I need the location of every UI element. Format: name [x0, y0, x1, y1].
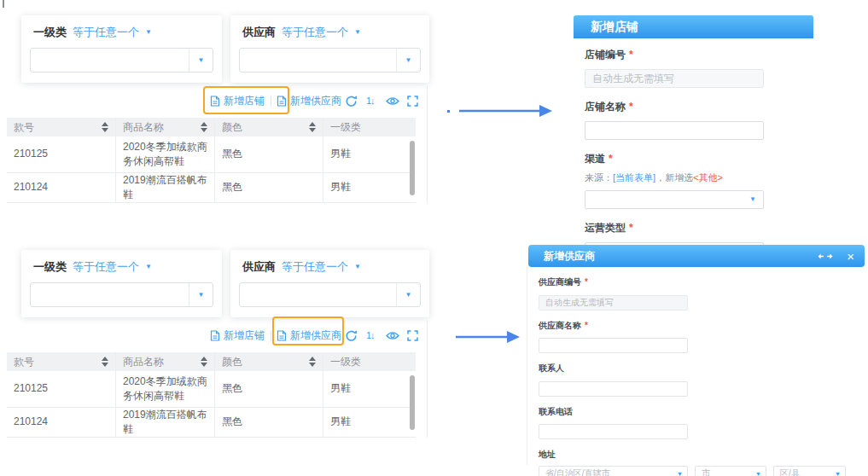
field-label-store-name: 店铺名称* — [585, 100, 766, 114]
filter-operator-link[interactable]: 等于任意一个 — [282, 25, 348, 40]
cell-product-name: 2020冬季加绒款商务休闲高帮鞋 — [115, 371, 214, 407]
close-button[interactable]: × — [847, 250, 854, 263]
toolbar-divider — [271, 330, 271, 341]
product-list-panel-top: 一级类 等于任意一个 ▼ ▼ 供应商 等于任意一个 ▼ ▼ — [0, 0, 448, 205]
category-filter-select[interactable]: ▼ — [30, 282, 213, 307]
field-label-supplier-name: 供应商名称* — [539, 320, 867, 332]
visibility-button[interactable] — [386, 89, 399, 113]
required-mark: * — [585, 321, 588, 330]
refresh-button[interactable] — [345, 323, 358, 347]
column-header-style-no[interactable]: 款号 — [7, 352, 115, 371]
table-row[interactable]: 210124 2019潮流百搭帆布鞋 黑色 男鞋 — [7, 408, 416, 438]
sort-icon: 1↓ — [366, 96, 375, 106]
product-table: 款号 商品名称 颜色 一级类 210125 2020冬季加绒款商务休闲高帮鞋 — [7, 118, 416, 203]
supplier-name-field[interactable] — [539, 338, 688, 353]
cell-color: 黑色 — [214, 173, 323, 202]
table-header-row: 款号 商品名称 颜色 一级类 — [7, 352, 416, 371]
fullscreen-icon — [407, 96, 418, 107]
vertical-scrollbar[interactable] — [410, 141, 415, 195]
sort-arrows-icon — [102, 122, 108, 132]
dialog-title: 新增供应商 — [544, 249, 804, 264]
cell-style-no: 210124 — [7, 173, 115, 202]
add-store-button[interactable]: 新增店铺 — [210, 323, 265, 347]
highlight-box-add-store — [203, 86, 289, 114]
channel-select[interactable]: ▼ — [585, 190, 764, 209]
province-select[interactable]: 省/自治区/直辖市 ▼ — [539, 466, 688, 476]
filter-card-supplier: 供应商 等于任意一个 ▼ ▼ — [230, 15, 429, 83]
category-filter-select[interactable]: ▼ — [30, 48, 213, 73]
sort-icon: 1↓ — [366, 330, 375, 340]
column-header-product-name[interactable]: 商品名称 — [115, 118, 214, 136]
cell-style-no: 210124 — [7, 408, 115, 437]
filter-operator-link[interactable]: 等于任意一个 — [282, 259, 348, 275]
highlight-box-add-supplier — [272, 316, 344, 345]
field-label-channel: 渠道* — [585, 152, 766, 166]
cell-style-no: 210125 — [7, 136, 115, 172]
table-row[interactable]: 210125 2020冬季加绒款商务休闲高帮鞋 黑色 男鞋 — [7, 371, 416, 408]
column-header-color[interactable]: 颜色 — [214, 352, 323, 371]
cell-color: 黑色 — [214, 408, 323, 437]
filter-label: 一级类 — [33, 259, 67, 275]
fullscreen-icon — [407, 330, 418, 341]
required-mark: * — [629, 222, 633, 234]
filter-card-category: 一级类 等于任意一个 ▼ ▼ — [21, 250, 222, 317]
chevron-down-icon: ▼ — [354, 264, 361, 270]
resize-width-button[interactable] — [818, 253, 833, 260]
store-name-field[interactable] — [585, 121, 764, 140]
table-row[interactable]: 210124 2019潮流百搭帆布鞋 黑色 男鞋 — [7, 173, 416, 203]
district-select[interactable]: 区/县 ▼ — [773, 466, 846, 476]
vertical-scrollbar[interactable] — [410, 375, 415, 430]
arrow-to-store-form — [457, 102, 555, 120]
column-header-color[interactable]: 颜色 — [214, 118, 323, 136]
cell-category: 男鞋 — [323, 136, 416, 172]
chevron-down-icon: ▼ — [405, 57, 412, 64]
close-icon: × — [847, 250, 854, 263]
visibility-button[interactable] — [386, 323, 399, 347]
arrow-to-supplier-form — [454, 328, 522, 346]
chevron-down-icon: ▼ — [198, 292, 205, 299]
sort-button[interactable]: 1↓ — [366, 323, 375, 347]
add-store-form: 新增店铺 店铺编号* 店铺名称* 渠道* 来源：[当前表单]，新增选<其他> ▼… — [574, 15, 813, 261]
current-form-link[interactable]: [当前表单] — [613, 172, 655, 183]
supplier-code-field — [539, 295, 688, 311]
eye-icon — [386, 96, 399, 106]
eye-icon — [386, 331, 399, 340]
required-mark: * — [609, 153, 613, 165]
filter-operator-link[interactable]: 等于任意一个 — [73, 259, 139, 275]
contact-field[interactable] — [539, 381, 688, 397]
column-header-product-name[interactable]: 商品名称 — [115, 352, 214, 371]
cell-category: 男鞋 — [323, 173, 416, 202]
column-header-category[interactable]: 一级类 — [323, 118, 416, 136]
channel-hint: 来源：[当前表单]，新增选<其他> — [585, 171, 766, 184]
phone-field[interactable] — [539, 424, 688, 439]
table-toolbar: 新增店铺 新增供应商 1↓ — [0, 323, 448, 347]
table-row[interactable]: 210125 2020冬季加绒款商务休闲高帮鞋 黑色 男鞋 — [7, 136, 416, 173]
province-placeholder: 省/自治区/直辖市 — [545, 467, 610, 476]
sort-arrows-icon — [102, 357, 108, 367]
cell-category: 男鞋 — [323, 371, 416, 407]
table-header-row: 款号 商品名称 颜色 一级类 — [7, 118, 416, 136]
other-option-text: <其他> — [693, 172, 723, 183]
sort-button[interactable]: 1↓ — [366, 89, 375, 113]
screenshot-canvas: 一级类 等于任意一个 ▼ ▼ 供应商 等于任意一个 ▼ ▼ — [0, 0, 868, 476]
supplier-filter-select[interactable]: ▼ — [239, 48, 421, 73]
sort-arrows-icon — [309, 357, 316, 367]
horizontal-arrows-icon — [818, 253, 833, 260]
column-header-category[interactable]: 一级类 — [323, 352, 416, 371]
dialog-header: 新增供应商 × — [528, 245, 865, 267]
fullscreen-button[interactable] — [407, 323, 418, 347]
column-header-style-no[interactable]: 款号 — [7, 118, 115, 136]
filter-operator-link[interactable]: 等于任意一个 — [73, 25, 139, 40]
chevron-down-icon: ▼ — [354, 29, 361, 36]
refresh-icon — [345, 329, 358, 342]
required-mark: * — [629, 49, 633, 61]
refresh-button[interactable] — [345, 89, 358, 113]
product-table: 款号 商品名称 颜色 一级类 210125 2020冬季加绒款商务休闲高帮鞋 — [7, 352, 416, 438]
cell-product-name: 2020冬季加绒款商务休闲高帮鞋 — [115, 136, 214, 172]
filter-card-supplier: 供应商 等于任意一个 ▼ ▼ — [230, 250, 429, 317]
supplier-filter-select[interactable]: ▼ — [239, 282, 421, 307]
chevron-down-icon: ▼ — [145, 264, 152, 270]
city-select[interactable]: 市 ▼ — [695, 466, 766, 476]
district-placeholder: 区/县 — [780, 467, 800, 476]
fullscreen-button[interactable] — [407, 89, 418, 113]
